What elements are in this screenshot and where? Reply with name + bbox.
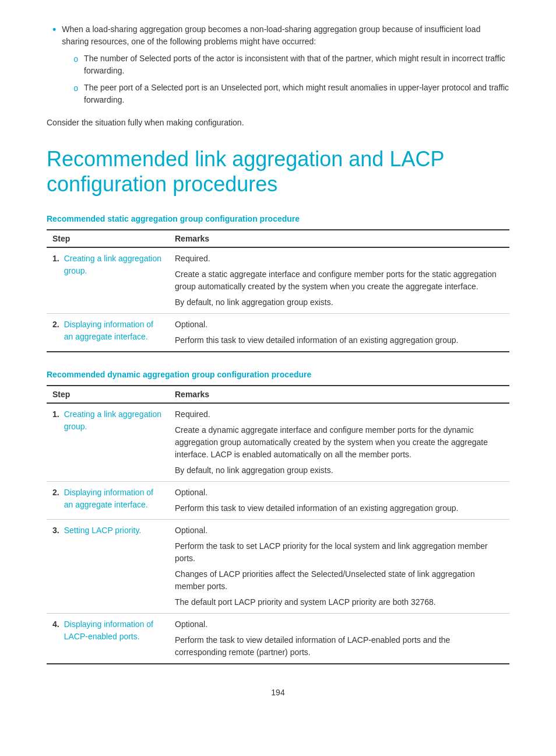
remark-text: By default, no link aggregation group ex… xyxy=(175,464,504,477)
sub-bullet-item-2: o The peer port of a Selected port is an… xyxy=(73,82,509,106)
step-link[interactable]: Displaying information of LACP-enabled p… xyxy=(64,618,163,643)
main-bullet-text: When a load-sharing aggregation group be… xyxy=(62,24,480,46)
sub-bullet-item-1: o The number of Selected ports of the ac… xyxy=(73,52,509,77)
dynamic-col-step: Step xyxy=(47,386,169,403)
step-cell-1: 1. Creating a link aggregation group. xyxy=(47,403,169,482)
table-row: 2. Displaying information of an aggregat… xyxy=(47,482,509,520)
table-row: 1. Creating a link aggregation group.Req… xyxy=(47,403,509,482)
dynamic-table-section: Recommended dynamic aggregation group co… xyxy=(47,370,509,664)
main-bullet-item: • When a load-sharing aggregation group … xyxy=(52,23,509,111)
bullet-section: • When a load-sharing aggregation group … xyxy=(47,23,509,129)
remarks-cell-1: Required.Create a dynamic aggregate inte… xyxy=(169,403,509,482)
remark-text: Required. xyxy=(175,253,504,265)
step-num: 4. xyxy=(52,618,59,631)
sub-bullet-list: o The number of Selected ports of the ac… xyxy=(62,52,509,106)
remark-text: Optional. xyxy=(175,487,504,499)
remark-text: Perform this task to view detailed infor… xyxy=(175,334,504,346)
remark-text: Optional. xyxy=(175,524,504,537)
static-col-remarks: Remarks xyxy=(169,230,509,247)
step-num: 1. xyxy=(52,408,59,421)
step-cell-4: 4. Displaying information of LACP-enable… xyxy=(47,614,169,664)
dynamic-col-remarks: Remarks xyxy=(169,386,509,403)
remarks-cell-3: Optional.Perform the task to set LACP pr… xyxy=(169,520,509,614)
remark-text: Required. xyxy=(175,408,504,421)
step-link[interactable]: Creating a link aggregation group. xyxy=(64,408,163,433)
remark-text: Optional. xyxy=(175,618,504,631)
dynamic-table: Step Remarks 1. Creating a link aggregat… xyxy=(47,385,509,664)
sub-bullet-o-icon-2: o xyxy=(73,82,78,94)
step-link[interactable]: Setting LACP priority. xyxy=(64,524,142,537)
remark-text: Changes of LACP priorities affect the Se… xyxy=(175,568,504,593)
step-cell-1: 1. Creating a link aggregation group. xyxy=(47,247,169,314)
step-num: 1. xyxy=(52,253,59,265)
table-row: 2. Displaying information of an aggregat… xyxy=(47,314,509,352)
step-cell-3: 3. Setting LACP priority. xyxy=(47,520,169,614)
step-cell-2: 2. Displaying information of an aggregat… xyxy=(47,314,169,352)
remark-text: Perform this task to view detailed infor… xyxy=(175,502,504,514)
main-bullet-list: • When a load-sharing aggregation group … xyxy=(47,23,509,111)
static-col-step: Step xyxy=(47,230,169,247)
remarks-cell-2: Optional.Perform this task to view detai… xyxy=(169,482,509,520)
step-cell-2: 2. Displaying information of an aggregat… xyxy=(47,482,169,520)
remark-text: By default, no link aggregation group ex… xyxy=(175,296,504,309)
step-link[interactable]: Displaying information of an aggregate i… xyxy=(64,318,163,343)
sub-bullet-text-1: The number of Selected ports of the acto… xyxy=(84,52,509,77)
table-row: 4. Displaying information of LACP-enable… xyxy=(47,614,509,664)
section-title: Recommended link aggregation and LACP co… xyxy=(47,146,509,197)
dynamic-subsection-title: Recommended dynamic aggregation group co… xyxy=(47,370,509,379)
remark-text: The default port LACP priority and syste… xyxy=(175,596,504,608)
step-num: 3. xyxy=(52,524,59,537)
step-link[interactable]: Displaying information of an aggregate i… xyxy=(64,487,163,511)
remark-text: Perform the task to set LACP priority fo… xyxy=(175,540,504,565)
sub-bullet-text-2: The peer port of a Selected port is an U… xyxy=(84,82,509,106)
remarks-cell-2: Optional.Perform this task to view detai… xyxy=(169,314,509,352)
bullet-dot-icon: • xyxy=(52,22,56,38)
static-table-section: Recommended static aggregation group con… xyxy=(47,214,509,352)
table-row: 3. Setting LACP priority.Optional.Perfor… xyxy=(47,520,509,614)
sub-bullet-o-icon-1: o xyxy=(73,53,78,65)
step-num: 2. xyxy=(52,318,59,331)
remark-text: Optional. xyxy=(175,318,504,331)
remarks-cell-4: Optional.Perform the task to view detail… xyxy=(169,614,509,664)
static-subsection-title: Recommended static aggregation group con… xyxy=(47,214,509,223)
remark-text: Create a dynamic aggregate interface and… xyxy=(175,424,504,461)
static-table: Step Remarks 1. Creating a link aggregat… xyxy=(47,229,509,352)
page-number: 194 xyxy=(47,688,509,697)
consider-text: Consider the situation fully when making… xyxy=(47,117,509,129)
table-row: 1. Creating a link aggregation group.Req… xyxy=(47,247,509,314)
remark-text: Create a static aggregate interface and … xyxy=(175,268,504,293)
remark-text: Perform the task to view detailed inform… xyxy=(175,634,504,659)
step-num: 2. xyxy=(52,487,59,499)
remarks-cell-1: Required.Create a static aggregate inter… xyxy=(169,247,509,314)
step-link[interactable]: Creating a link aggregation group. xyxy=(64,253,163,277)
